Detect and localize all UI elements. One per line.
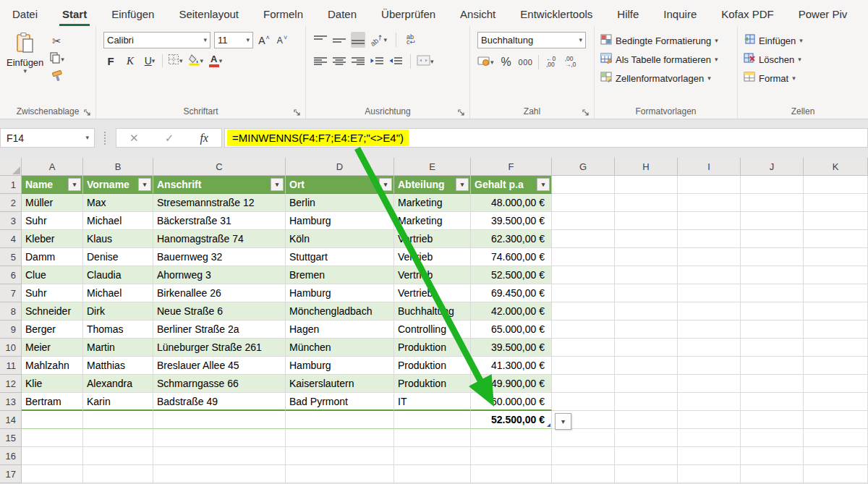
cell-K15[interactable] <box>804 429 868 447</box>
insert-cells-button[interactable]: Einfügen ▾ <box>738 31 868 50</box>
cell-E14[interactable] <box>394 411 471 429</box>
cell-B9[interactable]: Thomas <box>83 320 153 339</box>
cell-C13[interactable]: Badstraße 49 <box>153 393 286 411</box>
column-header-H[interactable]: H <box>615 158 678 176</box>
bold-button[interactable]: F <box>103 53 118 69</box>
row-header-9[interactable]: 9 <box>0 320 22 339</box>
cell-H14[interactable] <box>615 411 678 429</box>
cell-A1[interactable]: Name▾ <box>22 176 83 194</box>
cell-F2[interactable]: 48.000,00 € <box>471 194 552 212</box>
cell-C14[interactable] <box>153 411 286 429</box>
cell-G6[interactable] <box>552 266 615 284</box>
fill-color-button[interactable]: ▾ <box>188 53 204 69</box>
row-header-10[interactable]: 10 <box>0 339 22 357</box>
cell-G15[interactable] <box>552 429 615 447</box>
cell-F10[interactable]: 39.500,00 € <box>471 339 552 357</box>
cell-C16[interactable] <box>153 447 286 465</box>
cell-C15[interactable] <box>153 429 286 447</box>
align-middle-button[interactable] <box>332 32 346 48</box>
cell-G4[interactable] <box>552 230 615 248</box>
cell-B2[interactable]: Max <box>83 194 153 212</box>
cell-B16[interactable] <box>83 447 153 465</box>
result-cell-dropdown-button[interactable]: ▾ <box>555 413 571 430</box>
row-header-6[interactable]: 6 <box>0 266 22 284</box>
cell-H4[interactable] <box>615 230 678 248</box>
cell-A7[interactable]: Suhr <box>22 284 83 302</box>
dialog-launcher-icon[interactable] <box>294 107 302 115</box>
cell-E7[interactable]: Vertrieb <box>394 284 471 302</box>
cell-H9[interactable] <box>615 320 678 339</box>
cell-B12[interactable]: Alexandra <box>83 375 153 393</box>
row-header-5[interactable]: 5 <box>0 248 22 266</box>
cell-B11[interactable]: Matthias <box>83 357 153 375</box>
merge-center-button[interactable]: ▾ <box>417 54 434 69</box>
cell-J11[interactable] <box>741 357 804 375</box>
cell-B14[interactable] <box>83 411 153 429</box>
cell-G3[interactable] <box>552 212 615 230</box>
dialog-launcher-icon[interactable] <box>582 107 590 115</box>
cell-G9[interactable] <box>552 320 615 339</box>
cell-E11[interactable]: Produktion <box>394 357 471 375</box>
cell-K10[interactable] <box>804 339 868 357</box>
number-format-combo[interactable]: Buchhaltung▾ <box>477 32 586 48</box>
cell-D10[interactable]: München <box>286 339 394 357</box>
cancel-icon[interactable]: ✕ <box>129 132 139 145</box>
cell-C5[interactable]: Bauernweg 32 <box>153 248 286 266</box>
cell-J13[interactable] <box>741 393 804 411</box>
tab-einfügen[interactable]: Einfügen <box>109 4 157 26</box>
cell-K6[interactable] <box>804 266 868 284</box>
cell-I9[interactable] <box>678 320 741 339</box>
cell-A10[interactable]: Meier <box>22 339 83 357</box>
cell-H11[interactable] <box>615 357 678 375</box>
cell-E6[interactable]: Vertrieb <box>394 266 471 284</box>
wrap-text-button[interactable]: abc↩ <box>404 32 418 48</box>
row-header-8[interactable]: 8 <box>0 302 22 320</box>
column-header-I[interactable]: I <box>678 158 741 176</box>
cell-B17[interactable] <box>83 465 153 483</box>
align-bottom-button[interactable] <box>351 32 365 48</box>
column-header-A[interactable]: A <box>22 158 83 176</box>
cell-C9[interactable]: Berliner Straße 2a <box>153 320 286 339</box>
formula-input[interactable]: =MINWENNS(F4:F7;E4:E7;"<>E4") <box>224 128 868 148</box>
cell-F15[interactable] <box>471 429 552 447</box>
align-top-button[interactable] <box>313 32 328 48</box>
cell-E15[interactable] <box>394 429 471 447</box>
cut-button[interactable]: ✂ <box>49 33 64 49</box>
tab-formeln[interactable]: Formeln <box>260 4 306 26</box>
row-header-4[interactable]: 4 <box>0 230 22 248</box>
row-header-11[interactable]: 11 <box>0 357 22 375</box>
cell-H15[interactable] <box>615 429 678 447</box>
cell-B4[interactable]: Klaus <box>83 230 153 248</box>
filter-button-gehalt-p-a[interactable]: ▾ <box>537 178 550 191</box>
orientation-button[interactable]: ab↗ ▾ <box>370 32 387 48</box>
cell-F13[interactable]: 60.000,00 € <box>471 393 552 411</box>
cell-K1[interactable] <box>804 176 868 194</box>
cell-A15[interactable] <box>22 429 83 447</box>
delete-cells-button[interactable]: Löschen ▾ <box>738 50 868 69</box>
cell-J14[interactable] <box>741 411 804 429</box>
cell-E10[interactable]: Produktion <box>394 339 471 357</box>
comma-style-button[interactable]: 000 <box>519 54 533 70</box>
cell-D2[interactable]: Berlin <box>286 194 394 212</box>
cell-K9[interactable] <box>804 320 868 339</box>
select-all-corner[interactable] <box>0 158 22 176</box>
borders-button[interactable]: ▾ <box>168 53 183 69</box>
font-color-button[interactable]: A ▾ <box>208 53 223 69</box>
grow-font-button[interactable]: A˄ <box>257 33 271 48</box>
cell-E9[interactable]: Controlling <box>394 320 471 339</box>
cell-K2[interactable] <box>804 194 868 212</box>
decrease-indent-button[interactable] <box>370 54 384 69</box>
cell-B7[interactable]: Michael <box>83 284 153 302</box>
filter-button-vorname[interactable]: ▾ <box>138 178 151 191</box>
cell-K7[interactable] <box>804 284 868 302</box>
cell-B5[interactable]: Denise <box>83 248 153 266</box>
cell-H6[interactable] <box>615 266 678 284</box>
cell-C4[interactable]: Hanomagstraße 74 <box>153 230 286 248</box>
cell-H16[interactable] <box>615 447 678 465</box>
cell-D11[interactable]: Hamburg <box>286 357 394 375</box>
cell-E8[interactable]: Buchhaltung <box>394 302 471 320</box>
cell-K17[interactable] <box>804 465 868 483</box>
tab-power-piv[interactable]: Power Piv <box>796 4 851 26</box>
cell-E13[interactable]: IT <box>394 393 471 411</box>
cell-E5[interactable]: Vertrieb <box>394 248 471 266</box>
